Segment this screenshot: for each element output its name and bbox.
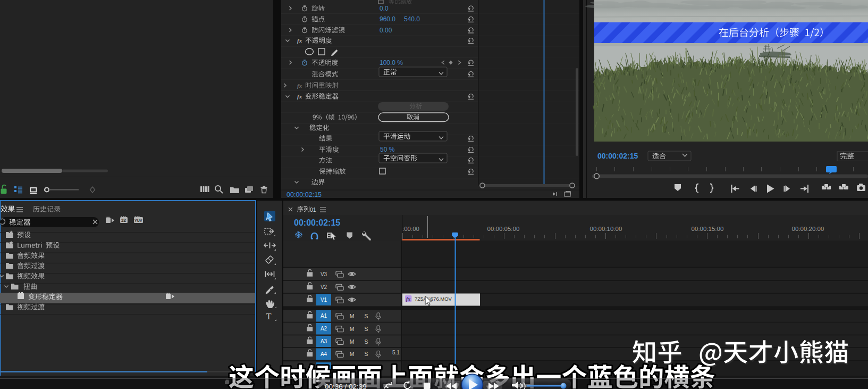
svg-text:00:00:10:00: 00:00:10:00 [590, 226, 622, 232]
svg-text:fx: fx [297, 37, 302, 44]
svg-text:5.1: 5.1 [392, 350, 400, 355]
svg-text:00:00:02:15: 00:00:02:15 [294, 218, 340, 227]
svg-text:fx: fx [406, 296, 410, 302]
svg-text:A1: A1 [321, 313, 327, 319]
svg-text:01: 01 [310, 206, 316, 213]
svg-text:00:00:20:00: 00:00:20:00 [792, 226, 824, 232]
svg-text:7Z5A⃞676.MOV: 7Z5A⃞676.MOV [415, 296, 452, 302]
svg-text:0.00: 0.00 [380, 27, 392, 34]
svg-text:S: S [364, 313, 368, 319]
svg-text:S: S [364, 351, 368, 357]
svg-text:S: S [364, 338, 368, 345]
svg-text:00:36 / 02:39: 00:36 / 02:39 [325, 383, 367, 389]
svg-text:fx: fx [297, 93, 302, 100]
svg-text:M: M [350, 338, 355, 345]
svg-text:T: T [266, 311, 272, 321]
svg-text:00:00:15:00: 00:00:15:00 [692, 226, 724, 232]
svg-text:960.0: 960.0 [380, 15, 395, 23]
svg-text:00:00:02:15: 00:00:02:15 [597, 152, 638, 160]
svg-text:V1: V1 [321, 297, 327, 303]
svg-text:V3: V3 [321, 271, 327, 277]
svg-text:A3: A3 [321, 338, 327, 344]
svg-text::00:00: :00:00 [402, 226, 419, 232]
svg-text:V2: V2 [321, 284, 327, 290]
svg-text:M: M [350, 351, 355, 357]
svg-text:540.0: 540.0 [404, 15, 420, 23]
svg-text:00:00:02:15: 00:00:02:15 [286, 191, 322, 198]
svg-text:50 %: 50 % [380, 146, 395, 153]
svg-text:100.0 %: 100.0 % [380, 59, 403, 67]
svg-text:M: M [350, 326, 355, 332]
svg-text:A2: A2 [321, 326, 327, 332]
svg-text:fx: fx [297, 82, 302, 89]
svg-text:A4: A4 [321, 351, 327, 357]
svg-text:YUV: YUV [134, 219, 142, 222]
svg-text:S: S [364, 326, 368, 332]
svg-text:0.0: 0.0 [380, 5, 389, 12]
svg-text:M: M [350, 313, 355, 319]
svg-text:32: 32 [121, 218, 127, 223]
svg-text:00:00:05:00: 00:00:05:00 [487, 226, 520, 232]
